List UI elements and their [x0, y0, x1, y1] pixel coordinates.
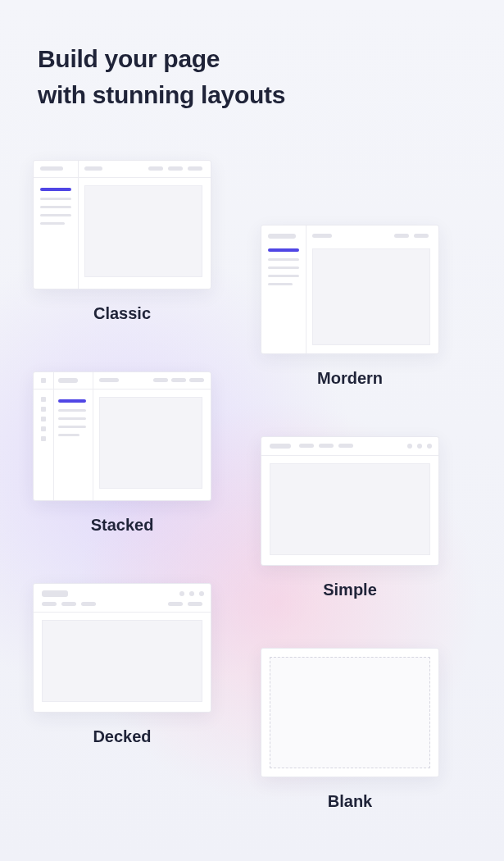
heading-line-1: Build your page [38, 45, 220, 72]
layout-card-simple[interactable]: Simple [261, 436, 439, 599]
layout-label-decked: Decked [33, 727, 211, 746]
layout-card-modern[interactable]: Mordern [261, 225, 439, 388]
heading-line-2: with stunning layouts [38, 81, 285, 108]
layout-card-blank[interactable]: Blank [261, 648, 439, 811]
layout-label-modern: Mordern [261, 369, 439, 388]
layout-label-simple: Simple [261, 581, 439, 599]
layout-label-classic: Classic [33, 304, 211, 323]
layout-thumbnail-blank [261, 648, 439, 777]
page-heading: Build your page with stunning layouts [38, 41, 285, 112]
layout-thumbnail-classic [33, 160, 211, 289]
layout-thumbnail-modern [261, 225, 439, 354]
layout-label-stacked: Stacked [33, 516, 211, 535]
layout-thumbnail-simple [261, 436, 439, 566]
layout-thumbnail-stacked [33, 371, 211, 501]
layout-thumbnail-decked [33, 583, 211, 713]
layout-card-classic[interactable]: Classic [33, 160, 211, 323]
layout-label-blank: Blank [261, 792, 439, 811]
layout-card-stacked[interactable]: Stacked [33, 371, 211, 535]
layout-card-decked[interactable]: Decked [33, 583, 211, 746]
